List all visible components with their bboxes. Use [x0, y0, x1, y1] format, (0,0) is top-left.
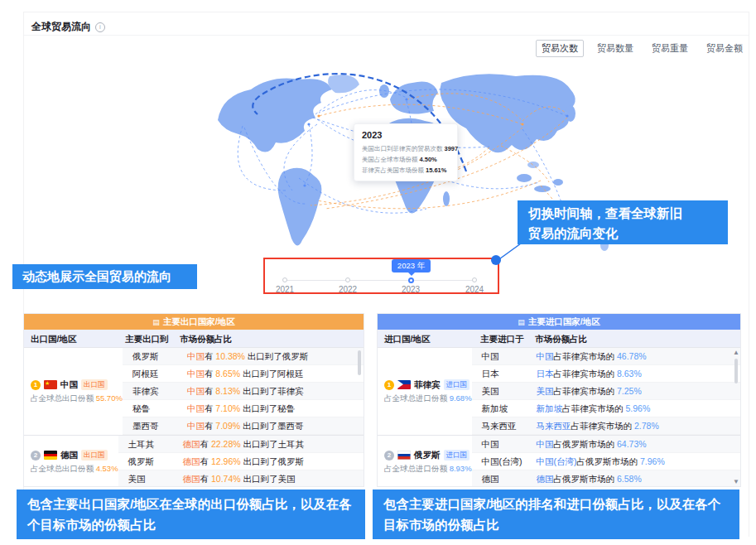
madagascar-shape — [443, 191, 450, 206]
timeline-year-label: 2023 — [394, 285, 427, 294]
map-tooltip: 2023 美国出口到菲律宾的贸易次数3997 美国占全球市场份额4.50% 菲律… — [354, 123, 458, 181]
tab-trade-weight[interactable]: 贸易重量 — [647, 41, 693, 56]
country-cell: 1菲律宾进口国占全球总进口份额 9.68% — [378, 348, 472, 435]
country-role-tag: 进口国 — [444, 450, 470, 461]
export-scrollbar-thumb[interactable] — [358, 350, 361, 375]
timeline-dot-2021[interactable] — [282, 277, 287, 282]
share-label: 占全球总进口份额 — [384, 393, 450, 403]
table-row[interactable]: 日本日本占菲律宾市场的 8.63% — [472, 365, 740, 383]
import-scrollbar-thumb[interactable] — [734, 359, 738, 383]
timeline-dot-2024[interactable] — [472, 277, 477, 282]
col-export-dest: 主要出口到 — [115, 330, 170, 347]
table-row[interactable]: 菲律宾中国有 8.13% 出口到了菲律宾 — [123, 383, 364, 400]
flag-ru-icon — [397, 451, 411, 460]
info-icon[interactable]: i — [95, 22, 105, 32]
actor-link[interactable]: 中国 — [187, 403, 205, 413]
tooltip-row: 美国出口到菲律宾的贸易次数3997 — [362, 143, 450, 154]
table-row[interactable]: 美国美国占菲律宾市场的 7.25% — [472, 383, 740, 400]
pct-value: 7.10% — [215, 403, 240, 413]
table-row[interactable]: 中国(台湾)中国(台湾)占俄罗斯市场的 7.96% — [472, 453, 740, 470]
actor-link[interactable]: 中国 — [187, 369, 205, 379]
share-cell: 德国有 12.96% 出口到了俄罗斯 — [173, 453, 364, 470]
timeline-track[interactable] — [285, 280, 474, 281]
import-table-body: 1菲律宾进口国占全球总进口份额 9.68%中国中国占菲律宾市场的 46.78%日… — [378, 348, 740, 487]
import-table-header: 进口国/地区 主要进口于 市场份额占比 — [378, 330, 740, 348]
dest-cell: 俄罗斯 — [123, 348, 177, 364]
share-label: 占全球总出口份额 — [31, 393, 96, 403]
actor-link[interactable]: 中国 — [187, 421, 205, 431]
tab-trade-quantity[interactable]: 贸易数量 — [592, 41, 638, 56]
pct-value: 8.13% — [215, 386, 240, 396]
dest-cell: 马来西亚 — [472, 417, 527, 434]
dest-cell: 俄罗斯 — [118, 453, 173, 470]
table-row[interactable]: 墨西哥中国有 7.09% 出口到了墨西哥 — [123, 417, 364, 435]
actor-link[interactable]: 德国 — [183, 439, 200, 449]
table-group: 1中国出口国占全球总出口份额 55.70%俄罗斯中国有 10.38% 出口到了俄… — [24, 348, 364, 435]
timeline-dot-2022[interactable] — [345, 277, 350, 282]
export-table-banner: ▤主要出口国家/地区 — [24, 314, 364, 330]
table-row[interactable]: 俄罗斯德国有 12.96% 出口到了俄罗斯 — [118, 453, 364, 470]
uk-shape — [379, 84, 389, 98]
actor-link[interactable]: 马来西亚 — [537, 421, 571, 431]
table-row[interactable]: 俄罗斯中国有 10.38% 出口到了俄罗斯 — [123, 348, 364, 365]
sea-island-2 — [534, 186, 551, 192]
scroll-up-icon[interactable]: ▲ — [733, 350, 739, 356]
country-line: 1中国出口国 — [31, 379, 123, 391]
actor-link[interactable]: 中国 — [187, 351, 205, 361]
japan-shape — [566, 105, 575, 122]
table-row[interactable]: 秘鲁中国有 7.10% 出口到了秘鲁 — [123, 400, 364, 417]
group-rows: 俄罗斯中国有 10.38% 出口到了俄罗斯阿根廷中国有 8.65% 出口到了阿根… — [123, 348, 364, 435]
callout-timeline-line2: 贸易的流向变化 — [528, 224, 728, 244]
table-row[interactable]: 德国德国占俄罗斯市场的 6.58% — [472, 470, 740, 487]
tooltip-row: 美国占全球市场份额4.50% — [362, 154, 450, 165]
table-row[interactable]: 阿根廷中国有 8.65% 出口到了阿根廷 — [123, 365, 364, 383]
actor-link[interactable]: 德国 — [183, 456, 200, 466]
callout-flow-note: 动态地展示全国贸易的流向 — [12, 264, 197, 289]
north-america-shape — [218, 79, 332, 152]
flag-cn-icon — [44, 380, 57, 389]
col-export-share: 市场份额占比 — [170, 330, 364, 347]
rank-2-badge: 2 — [384, 451, 394, 461]
dest-cell: 菲律宾 — [123, 383, 177, 399]
pct-value: 64.73% — [617, 439, 647, 449]
table-row[interactable]: 中国中国占菲律宾市场的 46.78% — [472, 348, 740, 365]
actor-link[interactable]: 中国 — [187, 386, 205, 396]
actor-link[interactable]: 中国(台湾) — [537, 456, 577, 466]
actor-link[interactable]: 日本 — [537, 369, 554, 379]
global-share-line: 占全球总出口份额 4.53% — [31, 464, 118, 475]
actor-link[interactable]: 德国 — [183, 474, 200, 484]
timeline-selected-bubble: 2023 年 — [392, 259, 431, 272]
tab-trade-amount[interactable]: 贸易金额 — [701, 41, 748, 56]
actor-link[interactable]: 新加坡 — [537, 403, 563, 413]
scroll-down-icon[interactable]: ▼ — [733, 479, 739, 485]
pct-value: 7.09% — [215, 421, 240, 431]
rank-1-badge: 1 — [384, 380, 394, 390]
table-row[interactable]: 马来西亚马来西亚占菲律宾市场的 2.78% — [472, 417, 740, 435]
dest-cell: 中国(台湾) — [472, 453, 527, 470]
share-cell: 日本占菲律宾市场的 8.63% — [527, 365, 740, 382]
table-row[interactable]: 新加坡新加坡占菲律宾市场的 5.96% — [472, 400, 740, 417]
actor-link[interactable]: 中国 — [537, 439, 554, 449]
country-name[interactable]: 德国 — [60, 450, 78, 461]
greenland-shape — [328, 75, 359, 93]
country-name[interactable]: 俄罗斯 — [414, 450, 441, 461]
dest-cell: 美国 — [472, 383, 527, 399]
table-row[interactable]: 美国德国有 10.74% 出口到了美国 — [118, 470, 364, 487]
export-table-body: 1中国出口国占全球总出口份额 55.70%俄罗斯中国有 10.38% 出口到了俄… — [24, 348, 364, 487]
table-row[interactable]: 中国中国占俄罗斯市场的 64.73% — [472, 436, 740, 453]
divider — [24, 35, 749, 36]
actor-link[interactable]: 中国 — [537, 351, 554, 361]
country-name[interactable]: 菲律宾 — [414, 379, 441, 391]
share-cell: 中国有 8.13% 出口到了菲律宾 — [177, 383, 364, 399]
tab-trade-count[interactable]: 贸易次数 — [536, 40, 584, 57]
timeline-dot-2023[interactable] — [408, 277, 414, 283]
group-rows: 中国中国占菲律宾市场的 46.78%日本日本占菲律宾市场的 8.63%美国美国占… — [472, 348, 740, 435]
table-row[interactable]: 土耳其德国有 22.28% 出口到了土耳其 — [118, 436, 364, 453]
actor-link[interactable]: 德国 — [537, 474, 554, 484]
actor-link[interactable]: 美国 — [537, 386, 554, 396]
share-value: 55.70% — [96, 393, 123, 403]
table-group: 1菲律宾进口国占全球总进口份额 9.68%中国中国占菲律宾市场的 46.78%日… — [378, 348, 740, 435]
global-share-line: 占全球总进口份额 8.93% — [384, 464, 472, 475]
dest-cell: 土耳其 — [118, 436, 173, 452]
country-name[interactable]: 中国 — [60, 379, 78, 391]
